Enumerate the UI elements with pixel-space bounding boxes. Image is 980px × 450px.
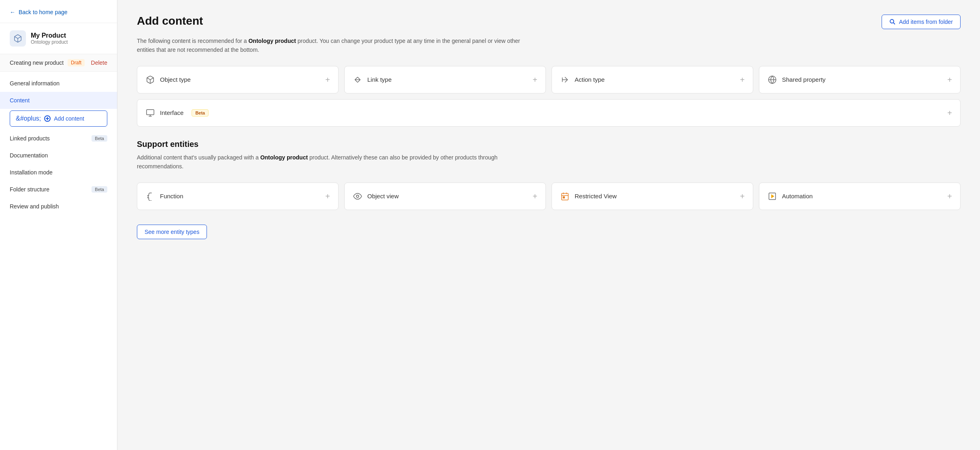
product-icon: [10, 30, 26, 47]
card-plus-icon: +: [947, 76, 952, 84]
page-title: Add content: [137, 15, 203, 28]
svg-point-15: [356, 195, 359, 197]
main-content: Add content Add items from folder The fo…: [117, 0, 980, 450]
interface-label: Interface: [160, 109, 183, 116]
primary-cards-grid: Object type + Link type +: [137, 66, 961, 93]
card-plus-icon: +: [740, 76, 745, 84]
see-more-button[interactable]: See more entity types: [137, 225, 207, 239]
svg-rect-12: [147, 110, 154, 115]
card-object-view-label: Object view: [367, 193, 399, 200]
card-function[interactable]: Function +: [137, 183, 339, 210]
product-name: My Product: [31, 32, 68, 39]
add-content-button[interactable]: &#oplus; Add content: [10, 110, 107, 127]
desc-prefix: The following content is recommended for…: [137, 38, 248, 44]
svg-point-4: [890, 19, 894, 23]
nav-label-review: Review and publish: [10, 203, 59, 210]
globe-icon: [767, 75, 777, 84]
sidebar-nav: General information Content &#oplus; Add…: [0, 72, 117, 450]
card-object-type[interactable]: Object type +: [137, 66, 339, 93]
automation-icon: [767, 192, 777, 201]
back-label: Back to home page: [19, 9, 68, 15]
action-icon: [560, 75, 570, 84]
card-plus-icon: +: [533, 192, 537, 200]
add-content-label: Add content: [54, 115, 84, 122]
svg-marker-23: [771, 195, 774, 197]
status-bar: Creating new product Draft Delete: [0, 54, 117, 72]
support-description: Additional content that's usually packag…: [137, 153, 534, 171]
card-plus-icon: +: [947, 109, 952, 117]
sidebar-item-documentation[interactable]: Documentation: [0, 147, 117, 164]
card-plus-icon: +: [533, 76, 537, 84]
card-shared-property-label: Shared property: [782, 76, 826, 83]
nav-label-documentation: Documentation: [10, 152, 48, 159]
nav-badge-folder: Beta: [92, 186, 107, 193]
card-object-type-label: Object type: [160, 76, 191, 83]
interface-icon: [145, 108, 155, 117]
card-automation[interactable]: Automation +: [759, 183, 961, 210]
card-restricted-view[interactable]: Restricted View +: [552, 183, 753, 210]
main-header: Add content Add items from folder: [137, 15, 961, 29]
card-plus-icon: +: [325, 76, 330, 84]
nav-label-installation: Installation mode: [10, 169, 53, 176]
sidebar-item-installation[interactable]: Installation mode: [0, 164, 117, 181]
cube-icon: [145, 75, 155, 84]
card-action-type-label: Action type: [575, 76, 605, 83]
card-plus-icon: +: [325, 192, 330, 200]
interface-beta-badge: Beta: [192, 109, 209, 117]
back-arrow-icon: ←: [10, 9, 15, 15]
sidebar-item-general[interactable]: General information: [0, 75, 117, 92]
add-content-circle-icon: [44, 115, 51, 122]
svg-rect-21: [563, 196, 565, 198]
draft-badge: Draft: [68, 59, 85, 66]
delete-button[interactable]: Delete: [91, 59, 107, 66]
search-icon: [889, 19, 896, 25]
nav-badge-linked: Beta: [92, 135, 107, 142]
svg-line-5: [893, 23, 895, 24]
card-plus-icon: +: [947, 192, 952, 200]
status-label: Creating new product: [10, 59, 64, 66]
support-desc-bold: Ontology product: [260, 154, 308, 161]
sidebar: ← Back to home page My Product Ontology …: [0, 0, 117, 450]
sidebar-item-content[interactable]: Content: [0, 92, 117, 109]
nav-label-general: General information: [10, 80, 60, 87]
sidebar-item-review[interactable]: Review and publish: [0, 198, 117, 215]
card-automation-label: Automation: [782, 193, 813, 200]
nav-label-folder: Folder structure: [10, 186, 49, 193]
sidebar-item-linked[interactable]: Linked products Beta: [0, 130, 117, 147]
eye-icon: [353, 192, 362, 201]
plus-circle-icon: &#oplus;: [16, 115, 41, 122]
card-function-label: Function: [160, 193, 183, 200]
card-object-view[interactable]: Object view +: [344, 183, 546, 210]
desc-bold: Ontology product: [248, 38, 296, 44]
card-plus-icon: +: [740, 192, 745, 200]
main-description: The following content is recommended for…: [137, 36, 534, 55]
card-link-type-label: Link type: [367, 76, 392, 83]
add-folder-button[interactable]: Add items from folder: [882, 15, 961, 29]
card-link-type[interactable]: Link type +: [344, 66, 546, 93]
back-button[interactable]: ← Back to home page: [0, 0, 117, 23]
nav-label-content: Content: [10, 97, 30, 104]
product-type: Ontology product: [31, 39, 68, 45]
add-folder-label: Add items from folder: [899, 19, 953, 25]
support-desc-prefix: Additional content that's usually packag…: [137, 154, 260, 161]
see-more-label: See more entity types: [145, 229, 199, 235]
support-section-title: Support entities: [137, 140, 961, 149]
card-interface[interactable]: Interface Beta +: [137, 99, 961, 127]
nav-label-linked: Linked products: [10, 135, 50, 142]
svg-rect-17: [562, 193, 569, 200]
card-shared-property[interactable]: Shared property +: [759, 66, 961, 93]
support-cards-grid: Function + Object view +: [137, 183, 961, 210]
sidebar-item-folder[interactable]: Folder structure Beta: [0, 181, 117, 198]
card-action-type[interactable]: Action type +: [552, 66, 753, 93]
card-restricted-view-label: Restricted View: [575, 193, 617, 200]
calendar-icon: [560, 192, 570, 201]
product-info: My Product Ontology product: [0, 23, 117, 54]
arrows-icon: [353, 75, 362, 84]
function-icon: [145, 192, 155, 201]
